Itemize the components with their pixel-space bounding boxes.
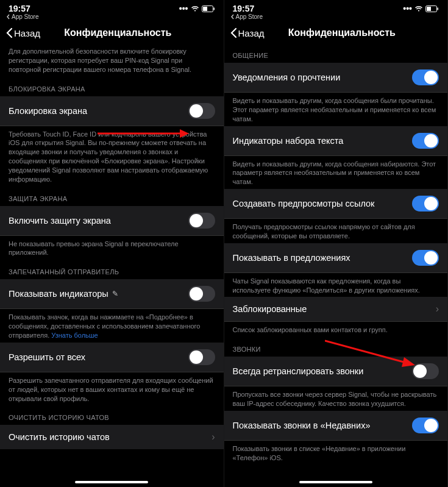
svg-rect-6 [427, 7, 431, 11]
status-time: 19:57 [9, 4, 30, 13]
page-title: Конфиденциальность [242, 27, 441, 38]
row-label: Включить защиту экрана [9, 216, 188, 226]
section-chat: ОБЩЕНИЕ [224, 43, 448, 63]
row-screen-security[interactable]: Включить защиту экрана [0, 206, 224, 236]
row-show-in-recents[interactable]: Показывать звонки в «Недавних» [224, 411, 448, 441]
home-indicator[interactable] [299, 481, 372, 483]
status-icons: ••• [403, 4, 439, 13]
learn-more-link[interactable]: Узнать больше [51, 332, 98, 339]
read-receipts-description: Видеть и показывать другим, когда сообще… [224, 93, 448, 126]
row-relay-calls[interactable]: Всегда ретранслировать звонки [224, 357, 448, 386]
row-show-in-suggestions[interactable]: Показывать в предложениях [224, 243, 448, 273]
toggle-show-in-recents[interactable] [412, 418, 439, 433]
svg-rect-1 [203, 7, 207, 11]
row-label: Блокировка экрана [9, 106, 188, 116]
section-sealed-sender: ЗАПЕЧАТАННЫЙ ОТПРАВИТЕЛЬ [0, 260, 224, 279]
row-label: Заблокированные [233, 304, 436, 314]
breadcrumb[interactable]: App Store [0, 13, 224, 23]
row-label: Показывать индикаторы ✎ [9, 289, 188, 299]
row-label: Создавать предпросмотры ссылок [233, 199, 413, 208]
chevron-right-icon: › [436, 304, 439, 315]
row-typing-indicators[interactable]: Индикаторы набора текста [224, 126, 448, 156]
recents-description: Показывать звонки в списке «Недавние» в … [224, 441, 448, 465]
blocked-description: Список заблокированных вами контактов и … [224, 322, 448, 337]
svg-rect-7 [438, 7, 439, 10]
toggle-relay-calls[interactable] [412, 363, 439, 379]
indicators-description: Показывать значок, когда вы нажимаете на… [9, 313, 200, 339]
typing-indicators-description: Видеть и показывать другим, когда сообще… [224, 156, 448, 190]
registration-lock-description: Для дополнительной безопасности включите… [0, 43, 224, 77]
screen-lock-description: Требовать Touch ID, Face ID или код-паро… [0, 126, 224, 187]
section-screen-lock: БЛОКИРОВКА ЭКРАНА [0, 77, 224, 96]
toggle-allow-from-anyone[interactable] [188, 349, 215, 365]
row-label: Уведомления о прочтении [233, 73, 413, 82]
allow-from-anyone-description: Разрешить запечатанного отправителя для … [0, 372, 224, 406]
toggle-show-indicators[interactable] [188, 286, 215, 302]
page-title: Конфиденциальность [18, 27, 218, 38]
toggle-show-in-suggestions[interactable] [412, 250, 439, 266]
status-icons: ••• [179, 4, 215, 13]
row-blocked[interactable]: Заблокированные › [224, 297, 448, 322]
row-show-indicators[interactable]: Показывать индикаторы ✎ [0, 279, 224, 309]
compose-icon: ✎ [112, 290, 118, 298]
row-label: Очистить историю чатов [9, 432, 212, 442]
section-calls: ЗВОНКИ [224, 337, 448, 357]
row-screen-lock[interactable]: Блокировка экрана [0, 96, 224, 126]
chevron-right-icon: › [212, 432, 215, 443]
row-label: Всегда ретранслировать звонки [233, 366, 413, 376]
toggle-read-receipts[interactable] [412, 69, 439, 85]
row-label: Показывать в предложениях [233, 253, 413, 263]
toggle-screen-lock[interactable] [188, 103, 215, 119]
toggle-link-previews[interactable] [412, 196, 439, 212]
breadcrumb[interactable]: App Store [224, 13, 448, 23]
row-read-receipts[interactable]: Уведомления о прочтении [224, 63, 448, 93]
relay-calls-description: Пропускать все звонки через сервер Signa… [224, 386, 448, 411]
row-label: Разрешить от всех [9, 352, 188, 362]
row-label: Показывать звонки в «Недавних» [233, 421, 413, 430]
home-indicator[interactable] [75, 481, 148, 483]
section-screen-security: ЗАЩИТА ЭКРАНА [0, 187, 224, 206]
section-clear-history: ОЧИСТИТЬ ИСТОРИЮ ЧАТОВ [0, 405, 224, 425]
status-time: 19:57 [233, 4, 255, 13]
svg-rect-2 [213, 7, 215, 10]
toggle-screen-security[interactable] [188, 213, 215, 229]
toggle-typing-indicators[interactable] [412, 133, 439, 149]
row-clear-history[interactable]: Очистить историю чатов › [0, 425, 224, 449]
suggestions-description: Чаты Signal показываются как предложения… [224, 273, 448, 297]
row-link-previews[interactable]: Создавать предпросмотры ссылок [224, 189, 448, 219]
link-previews-description: Получать предпросмотры ссылок напрямую о… [224, 219, 448, 243]
screen-security-description: Не показывать превью экрана Signal в пер… [0, 236, 224, 260]
row-allow-from-anyone[interactable]: Разрешить от всех [0, 343, 224, 372]
row-label: Индикаторы набора текста [233, 136, 413, 146]
